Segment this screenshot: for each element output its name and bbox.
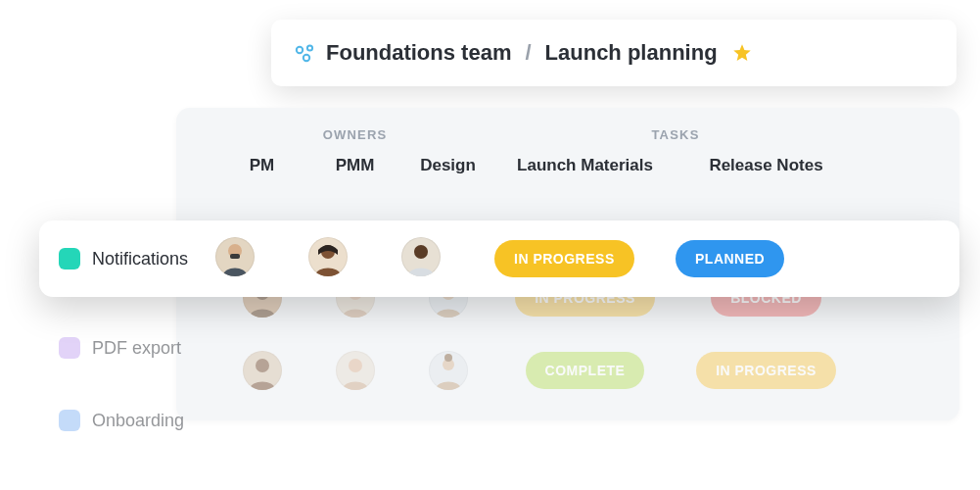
avatar[interactable] (429, 351, 468, 390)
svg-point-1 (307, 45, 312, 50)
color-swatch (59, 337, 80, 359)
star-icon[interactable] (731, 42, 753, 64)
svg-point-0 (297, 47, 303, 53)
breadcrumb-team[interactable]: Foundations team (326, 40, 511, 66)
breadcrumb-page[interactable]: Launch planning (545, 40, 718, 66)
avatar[interactable] (336, 351, 375, 390)
feature-label[interactable]: PDF export (59, 312, 215, 384)
col-launch-materials: Launch Materials (494, 156, 676, 175)
table-row-highlighted[interactable]: Notifications IN PROGRESS PLANNED (39, 220, 959, 297)
col-pmm: PMM (308, 156, 401, 175)
svg-rect-11 (230, 254, 240, 259)
group-owners: OWNERS (215, 127, 494, 142)
breadcrumb-separator: / (525, 40, 531, 66)
column-headers: PM PMM Design Launch Materials Release N… (176, 142, 959, 189)
col-release-notes: Release Notes (676, 156, 857, 175)
col-design: Design (401, 156, 494, 175)
col-pm: PM (215, 156, 308, 175)
app-logo-icon (293, 41, 316, 65)
feature-name: Notifications (92, 249, 188, 270)
color-swatch (59, 410, 80, 431)
group-tasks: TASKS (494, 127, 857, 142)
avatar[interactable] (215, 237, 255, 276)
feature-name: PDF export (92, 338, 181, 359)
status-badge[interactable]: IN PROGRESS (494, 240, 634, 277)
table-row[interactable]: COMPLETE IN PROGRESS (176, 334, 959, 407)
column-group-headers: OWNERS TASKS (176, 127, 959, 142)
svg-point-6 (256, 359, 269, 372)
feature-label[interactable]: Onboarding (59, 384, 215, 457)
svg-point-9 (444, 354, 452, 362)
breadcrumb: Foundations team / Launch planning (271, 20, 957, 86)
avatar[interactable] (308, 237, 348, 276)
svg-point-2 (303, 55, 309, 61)
feature-label-group: PDF export Onboarding (59, 312, 215, 457)
color-swatch (59, 248, 80, 270)
avatar[interactable] (401, 237, 441, 276)
svg-point-7 (349, 359, 362, 372)
avatar[interactable] (243, 351, 282, 390)
feature-name: Onboarding (92, 411, 184, 431)
svg-point-13 (414, 245, 428, 259)
status-badge[interactable]: IN PROGRESS (696, 352, 836, 389)
status-badge[interactable]: COMPLETE (526, 352, 645, 389)
status-badge[interactable]: PLANNED (676, 240, 784, 277)
